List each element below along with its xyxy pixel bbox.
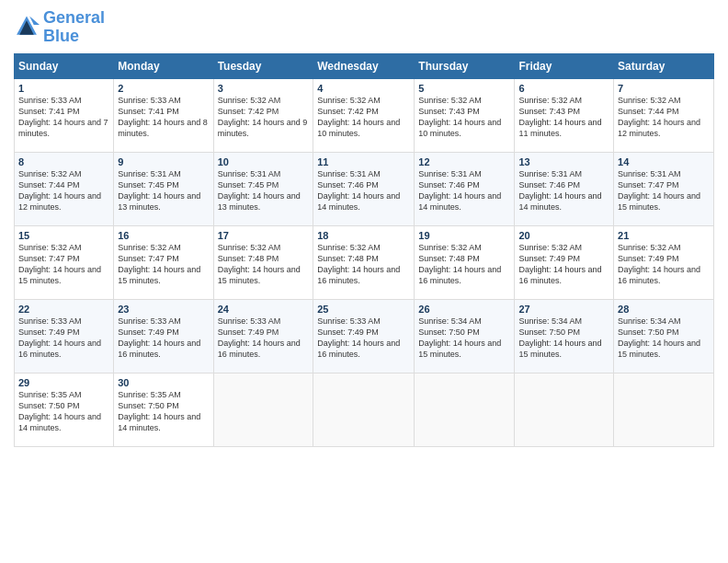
sunset-text: Sunset: 7:50 PM [518, 327, 580, 337]
day-number: 28 [618, 304, 710, 315]
sunrise-text: Sunrise: 5:33 AM [18, 96, 82, 105]
day-info: Sunrise: 5:33 AMSunset: 7:41 PMDaylight:… [118, 95, 209, 140]
sunrise-text: Sunrise: 5:32 AM [218, 243, 281, 252]
sunrise-text: Sunrise: 5:32 AM [518, 96, 582, 105]
day-number: 30 [118, 377, 209, 388]
weekday-header-saturday: Saturday [614, 53, 714, 78]
daylight-text: Daylight: 14 hours and 15 minutes. [418, 339, 501, 359]
day-info: Sunrise: 5:32 AMSunset: 7:47 PMDaylight:… [118, 242, 209, 287]
day-info: Sunrise: 5:34 AMSunset: 7:50 PMDaylight:… [418, 316, 510, 361]
sunset-text: Sunset: 7:47 PM [118, 254, 179, 263]
sunset-text: Sunset: 7:41 PM [18, 107, 80, 116]
daylight-text: Daylight: 14 hours and 15 minutes. [618, 191, 700, 212]
day-number: 26 [418, 304, 510, 315]
day-info: Sunrise: 5:34 AMSunset: 7:50 PMDaylight:… [618, 316, 710, 361]
daylight-text: Daylight: 14 hours and 16 minutes. [118, 339, 200, 359]
sunset-text: Sunset: 7:43 PM [518, 107, 580, 116]
sunset-text: Sunset: 7:47 PM [18, 254, 80, 263]
day-number: 8 [18, 156, 109, 167]
sunrise-text: Sunrise: 5:32 AM [317, 243, 381, 252]
day-info: Sunrise: 5:33 AMSunset: 7:49 PMDaylight:… [118, 316, 209, 361]
daylight-text: Daylight: 14 hours and 16 minutes. [317, 339, 400, 359]
calendar-cell: 24Sunrise: 5:33 AMSunset: 7:49 PMDayligh… [213, 299, 313, 373]
calendar-cell [213, 373, 313, 446]
sunrise-text: Sunrise: 5:33 AM [317, 316, 381, 326]
calendar-week-row: 22Sunrise: 5:33 AMSunset: 7:49 PMDayligh… [15, 299, 714, 373]
day-number: 17 [218, 230, 310, 241]
sunset-text: Sunset: 7:48 PM [317, 254, 379, 263]
daylight-text: Daylight: 14 hours and 15 minutes. [18, 265, 101, 285]
sunset-text: Sunset: 7:46 PM [418, 180, 480, 190]
daylight-text: Daylight: 14 hours and 16 minutes. [218, 339, 301, 359]
day-info: Sunrise: 5:33 AMSunset: 7:49 PMDaylight:… [218, 316, 310, 361]
day-number: 4 [317, 83, 410, 94]
logo: General Blue [14, 9, 105, 46]
day-number: 7 [618, 83, 710, 94]
day-number: 1 [18, 83, 109, 94]
sunrise-text: Sunrise: 5:32 AM [317, 96, 381, 105]
calendar-cell: 16Sunrise: 5:32 AMSunset: 7:47 PMDayligh… [114, 225, 213, 299]
calendar-week-row: 1Sunrise: 5:33 AMSunset: 7:41 PMDaylight… [15, 78, 714, 152]
calendar-cell: 30Sunrise: 5:35 AMSunset: 7:50 PMDayligh… [114, 373, 213, 446]
calendar-cell [313, 373, 415, 446]
logo-text: General Blue [43, 9, 105, 46]
logo-general: General [43, 8, 105, 27]
day-info: Sunrise: 5:31 AMSunset: 7:45 PMDaylight:… [118, 168, 209, 213]
daylight-text: Daylight: 14 hours and 16 minutes. [618, 265, 700, 285]
day-info: Sunrise: 5:34 AMSunset: 7:50 PMDaylight:… [518, 316, 609, 361]
sunset-text: Sunset: 7:42 PM [218, 107, 279, 116]
calendar-cell: 8Sunrise: 5:32 AMSunset: 7:44 PMDaylight… [15, 152, 114, 225]
sunset-text: Sunset: 7:42 PM [317, 107, 379, 116]
sunset-text: Sunset: 7:50 PM [618, 327, 679, 337]
day-number: 13 [518, 156, 609, 167]
calendar-cell: 2Sunrise: 5:33 AMSunset: 7:41 PMDaylight… [114, 78, 213, 152]
day-number: 16 [118, 230, 209, 241]
daylight-text: Daylight: 14 hours and 11 minutes. [518, 118, 601, 138]
sunset-text: Sunset: 7:50 PM [118, 401, 179, 410]
calendar-cell: 19Sunrise: 5:32 AMSunset: 7:48 PMDayligh… [415, 225, 515, 299]
sunrise-text: Sunrise: 5:33 AM [218, 316, 281, 326]
svg-marker-2 [29, 16, 40, 24]
calendar-cell: 21Sunrise: 5:32 AMSunset: 7:49 PMDayligh… [614, 225, 714, 299]
sunrise-text: Sunrise: 5:32 AM [18, 243, 82, 252]
sunset-text: Sunset: 7:49 PM [618, 254, 679, 263]
day-number: 18 [317, 230, 410, 241]
day-info: Sunrise: 5:32 AMSunset: 7:48 PMDaylight:… [218, 242, 310, 287]
sunrise-text: Sunrise: 5:32 AM [618, 243, 681, 252]
logo-blue: Blue [43, 27, 79, 45]
daylight-text: Daylight: 14 hours and 7 minutes. [18, 118, 108, 138]
calendar-cell: 25Sunrise: 5:33 AMSunset: 7:49 PMDayligh… [313, 299, 415, 373]
daylight-text: Daylight: 14 hours and 14 minutes. [118, 412, 200, 432]
day-number: 9 [118, 156, 209, 167]
sunrise-text: Sunrise: 5:34 AM [418, 316, 482, 326]
sunset-text: Sunset: 7:49 PM [18, 327, 80, 337]
daylight-text: Daylight: 14 hours and 12 minutes. [18, 191, 101, 212]
day-info: Sunrise: 5:31 AMSunset: 7:45 PMDaylight:… [218, 168, 310, 213]
page: General Blue SundayMondayTuesdayWednesda… [0, 0, 728, 563]
daylight-text: Daylight: 14 hours and 14 minutes. [418, 191, 501, 212]
sunset-text: Sunset: 7:48 PM [218, 254, 279, 263]
weekday-header-row: SundayMondayTuesdayWednesdayThursdayFrid… [15, 53, 714, 78]
daylight-text: Daylight: 14 hours and 15 minutes. [618, 339, 700, 359]
sunset-text: Sunset: 7:46 PM [518, 180, 580, 190]
calendar-cell: 17Sunrise: 5:32 AMSunset: 7:48 PMDayligh… [213, 225, 313, 299]
sunrise-text: Sunrise: 5:32 AM [418, 243, 482, 252]
daylight-text: Daylight: 14 hours and 9 minutes. [218, 118, 308, 138]
daylight-text: Daylight: 14 hours and 14 minutes. [18, 412, 101, 432]
weekday-header-thursday: Thursday [415, 53, 515, 78]
sunrise-text: Sunrise: 5:32 AM [618, 96, 681, 105]
daylight-text: Daylight: 14 hours and 16 minutes. [18, 339, 101, 359]
sunrise-text: Sunrise: 5:32 AM [218, 96, 281, 105]
calendar-cell: 26Sunrise: 5:34 AMSunset: 7:50 PMDayligh… [415, 299, 515, 373]
day-number: 27 [518, 304, 609, 315]
day-number: 25 [317, 304, 410, 315]
day-info: Sunrise: 5:33 AMSunset: 7:41 PMDaylight:… [18, 95, 109, 140]
calendar-cell: 18Sunrise: 5:32 AMSunset: 7:48 PMDayligh… [313, 225, 415, 299]
calendar-cell: 5Sunrise: 5:32 AMSunset: 7:43 PMDaylight… [415, 78, 515, 152]
calendar-cell [614, 373, 714, 446]
day-number: 10 [218, 156, 310, 167]
daylight-text: Daylight: 14 hours and 15 minutes. [218, 265, 301, 285]
calendar-cell [515, 373, 614, 446]
day-info: Sunrise: 5:31 AMSunset: 7:46 PMDaylight:… [418, 168, 510, 213]
day-info: Sunrise: 5:32 AMSunset: 7:48 PMDaylight:… [317, 242, 410, 287]
